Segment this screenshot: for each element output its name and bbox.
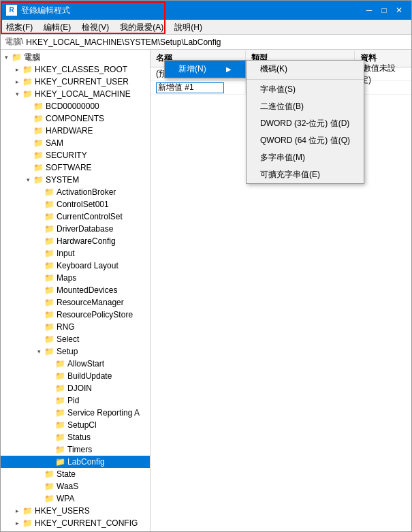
tree-node-hkey_current_config[interactable]: ▸📁HKEY_CURRENT_CONFIG (1, 517, 150, 529)
tree-node-computer[interactable]: ▾📁電腦 (1, 51, 150, 63)
folder-icon-system: 📁 (33, 175, 44, 185)
menu-help[interactable]: 說明(H) (169, 20, 208, 34)
toggle-hkey_classes_root[interactable]: ▸ (12, 66, 22, 73)
submenu-item-multistring[interactable]: 多字串值(M) (247, 149, 364, 166)
folder-icon-security: 📁 (33, 151, 44, 160)
tree-node-rng[interactable]: 📁RNG (1, 321, 150, 333)
toggle-setup[interactable]: ▾ (33, 348, 44, 355)
tree-label-components: COMPONENTS (46, 114, 104, 123)
tree-node-security[interactable]: 📁SECURITY (1, 149, 150, 161)
tree-node-activationbroker[interactable]: 📁ActivationBroker (1, 186, 150, 198)
tree-label-buildupdate: BuildUpdate (67, 371, 112, 381)
tree-node-wpa[interactable]: 📁WPA (1, 492, 150, 505)
tree-node-setupcl[interactable]: 📁SetupCl (1, 419, 150, 431)
folder-icon-rng: 📁 (44, 322, 54, 332)
folder-icon-controlset001: 📁 (44, 200, 54, 209)
tree-node-djoin[interactable]: 📁DJOIN (1, 382, 150, 394)
tree-node-buildupdate[interactable]: 📁BuildUpdate (1, 370, 150, 382)
tree-node-keyboardlayout[interactable]: 📁Keyboard Layout (1, 260, 150, 272)
toggle-hkey_current_user[interactable]: ▸ (12, 78, 22, 85)
tree-node-components[interactable]: 📁COMPONENTS (1, 112, 150, 125)
toggle-system[interactable]: ▾ (22, 176, 33, 183)
menu-favorites[interactable]: 我的最愛(A) (114, 20, 169, 34)
tree-label-controlset001: ControlSet001 (57, 200, 109, 209)
submenu[interactable]: 機碼(K)字串值(S)二進位值(B)DWORD (32-位元) 值(D)QWOR… (246, 60, 364, 184)
tree-node-bcd00000000[interactable]: 📁BCD00000000 (1, 100, 150, 112)
tree-node-labconfig[interactable]: 📁LabConfig (1, 456, 150, 468)
folder-icon-djoin: 📁 (55, 384, 65, 393)
tree-node-resourcepolicystore[interactable]: 📁ResourcePolicyStore (1, 309, 150, 321)
submenu-item-binary[interactable]: 二進位值(B) (247, 98, 364, 115)
folder-icon-select: 📁 (44, 334, 54, 344)
tree-node-allowstart[interactable]: 📁AllowStart (1, 358, 150, 370)
toggle-computer[interactable]: ▾ (1, 54, 12, 61)
tree-label-software: SOFTWARE (46, 163, 92, 172)
folder-icon-servicereportinga: 📁 (55, 408, 65, 418)
tree-node-system[interactable]: ▾📁SYSTEM (1, 174, 150, 186)
tree-node-servicereportinga[interactable]: 📁Service Reporting A (1, 407, 150, 419)
tree-node-driverdatabase[interactable]: 📁DriverDatabase (1, 223, 150, 235)
tree-label-computer: 電腦 (24, 52, 40, 63)
tree-node-controlset001[interactable]: 📁ControlSet001 (1, 198, 150, 210)
submenu-item-string[interactable]: 字串值(S) (247, 81, 364, 98)
tree-label-allowstart: AllowStart (67, 359, 104, 369)
tree-label-system: SYSTEM (46, 175, 79, 185)
tree-node-hkey_users[interactable]: ▸📁HKEY_USERS (1, 505, 150, 517)
folder-icon-mounteddevices: 📁 (44, 285, 54, 295)
tree-node-select[interactable]: 📁Select (1, 333, 150, 345)
folder-icon-currentcontrolset: 📁 (44, 212, 54, 221)
registry-editor-window: R 登錄編輯程式 ─ □ ✕ 檔案(F) 編輯(E) 檢視(V) 我的最愛(A)… (0, 0, 412, 532)
tree-node-timers[interactable]: 📁Timers (1, 443, 150, 456)
tree-node-input[interactable]: 📁Input (1, 247, 150, 260)
folder-icon-driverdatabase: 📁 (44, 224, 54, 234)
menu-edit[interactable]: 編輯(E) (38, 20, 76, 34)
menu-view[interactable]: 檢視(V) (76, 20, 114, 34)
tree-node-setup[interactable]: ▾📁Setup (1, 345, 150, 358)
tree-label-keyboardlayout: Keyboard Layout (57, 261, 118, 270)
submenu-item-qword[interactable]: QWORD (64 位元) 值(Q) (247, 132, 364, 149)
tree-label-rng: RNG (57, 322, 75, 332)
tree-node-currentcontrolset[interactable]: 📁CurrentControlSet (1, 210, 150, 223)
tree-label-activationbroker: ActivationBroker (57, 187, 116, 197)
folder-icon-hkey_local_machine: 📁 (22, 89, 33, 99)
minimize-button[interactable]: ─ (362, 3, 376, 17)
tree-node-mounteddevices[interactable]: 📁MountedDevices (1, 284, 150, 296)
context-menu[interactable]: 新增(N) ▶ (164, 60, 246, 78)
folder-icon-status: 📁 (55, 433, 65, 442)
submenu-item-dword[interactable]: DWORD (32-位元) 值(D) (247, 115, 364, 132)
tree-label-state: State (57, 469, 76, 479)
tree-node-waas[interactable]: 📁WaaS (1, 480, 150, 492)
new-value-input[interactable] (156, 82, 224, 93)
submenu-arrow: ▶ (226, 65, 232, 73)
folder-icon-hkey_current_config: 📁 (22, 518, 33, 528)
tree-node-software[interactable]: 📁SOFTWARE (1, 161, 150, 174)
tree-node-maps[interactable]: 📁Maps (1, 272, 150, 284)
detail-panel: 名稱 類型 資料 (預設值) REG_SZ (數值未設定) (150, 50, 411, 531)
tree-label-hkey_current_user: HKEY_CURRENT_USER (35, 77, 129, 87)
toggle-hkey_users[interactable]: ▸ (12, 507, 22, 514)
tree-node-hardware[interactable]: 📁HARDWARE (1, 125, 150, 137)
tree-label-driverdatabase: DriverDatabase (57, 224, 113, 234)
maximize-button[interactable]: □ (377, 3, 391, 17)
tree-node-pid[interactable]: 📁Pid (1, 394, 150, 407)
toggle-hkey_current_config[interactable]: ▸ (12, 520, 22, 527)
tree-node-status[interactable]: 📁Status (1, 431, 150, 443)
tree-node-hardwareconfig[interactable]: 📁HardwareConfig (1, 235, 150, 247)
submenu-item-key[interactable]: 機碼(K) (247, 61, 364, 78)
folder-icon-timers: 📁 (55, 445, 65, 454)
submenu-item-expandstring[interactable]: 可擴充字串值(E) (247, 166, 364, 183)
folder-icon-buildupdate: 📁 (55, 371, 65, 381)
close-button[interactable]: ✕ (392, 3, 406, 17)
toggle-hkey_local_machine[interactable]: ▾ (12, 91, 22, 97)
tree-node-hkey_local_machine[interactable]: ▾📁HKEY_LOCAL_MACHINE (1, 88, 150, 100)
tree-node-hkey_current_user[interactable]: ▸📁HKEY_CURRENT_USER (1, 76, 150, 88)
context-menu-new[interactable]: 新增(N) ▶ (165, 61, 245, 78)
tree-node-state[interactable]: 📁State (1, 468, 150, 480)
tree-node-hkey_classes_root[interactable]: ▸📁HKEY_CLASSES_ROOT (1, 63, 150, 76)
menu-file[interactable]: 檔案(F) (1, 20, 38, 34)
tree-node-resourcemanager[interactable]: 📁ResourceManager (1, 296, 150, 309)
folder-icon-hardwareconfig: 📁 (44, 236, 54, 246)
tree-label-status: Status (67, 433, 91, 442)
tree-node-sam[interactable]: 📁SAM (1, 137, 150, 149)
address-label: 電腦\ (5, 36, 23, 48)
